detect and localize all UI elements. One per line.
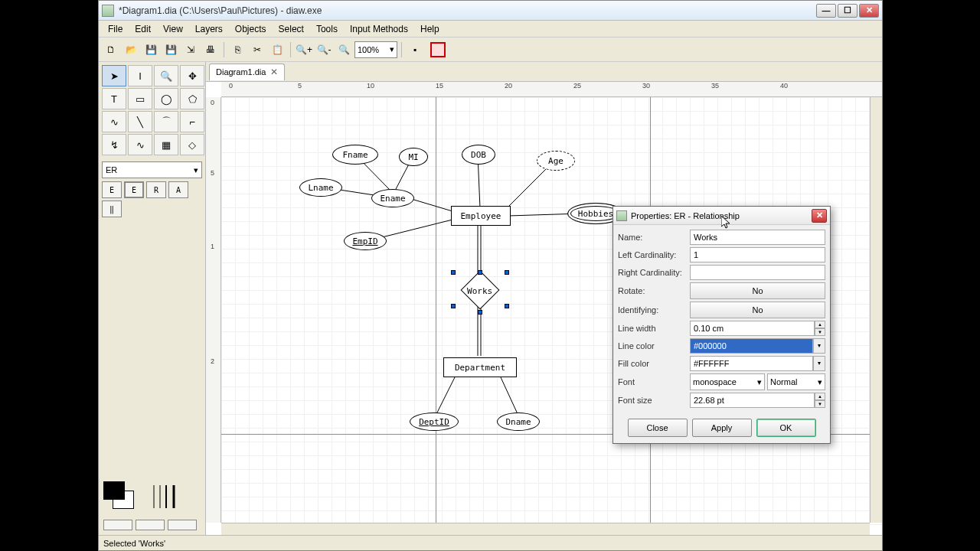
attr-empid[interactable]: EmpID	[344, 232, 387, 250]
magnify-tool-icon[interactable]: 🔍	[154, 65, 178, 86]
er-participation-icon[interactable]: ‖	[102, 201, 122, 217]
entity-department[interactable]: Department	[443, 357, 517, 377]
menu-objects[interactable]: Objects	[229, 22, 273, 36]
menu-edit[interactable]: Edit	[129, 22, 157, 36]
pointer-tool-icon[interactable]: ➤	[102, 65, 126, 86]
line-start-icon[interactable]	[103, 520, 132, 530]
dialog-apply-button[interactable]: Apply	[692, 419, 752, 437]
scrollbar-vertical[interactable]	[870, 97, 882, 523]
outline-tool-icon[interactable]: ◇	[180, 134, 204, 155]
image-tool-icon[interactable]: ▦	[154, 134, 178, 155]
attr-fname[interactable]: Fname	[332, 145, 378, 165]
input-name[interactable]	[690, 230, 825, 245]
close-button[interactable]: ✕	[859, 4, 879, 18]
save-icon[interactable]: 💾	[142, 41, 160, 59]
polygon-tool-icon[interactable]: ⬠	[180, 88, 204, 109]
zoom-fit-icon[interactable]: 🔍	[335, 41, 353, 59]
maximize-button[interactable]: ☐	[838, 4, 858, 18]
color-swatches	[99, 477, 205, 535]
shape-category-select[interactable]: ER▾	[102, 161, 202, 178]
bezier-tool-icon[interactable]: ∿	[102, 111, 126, 132]
input-fillcolor[interactable]: #FFFFFF	[690, 356, 813, 371]
menu-select[interactable]: Select	[273, 22, 310, 36]
linewidth-up-icon[interactable]: ▲	[815, 321, 825, 328]
zigzag-tool-icon[interactable]: ⌐	[180, 111, 204, 132]
input-leftcard[interactable]	[690, 247, 825, 262]
fontsize-up-icon[interactable]: ▲	[815, 393, 825, 400]
fillcolor-dropdown-icon[interactable]: ▾	[813, 356, 825, 371]
linewidth-down-icon[interactable]: ▼	[815, 328, 825, 336]
select-font[interactable]: monospace▾	[690, 373, 765, 390]
export-icon[interactable]: ⇲	[181, 41, 200, 59]
menu-view[interactable]: View	[157, 22, 189, 36]
toolbar: 🗋 📂 💾 💾 ⇲ 🖶 ⎘ ✂ 📋 🔍+ 🔍- 🔍 100%▾ ▪	[99, 37, 882, 62]
text-box-icon[interactable]: T	[102, 88, 126, 109]
copy-icon[interactable]: ⎘	[228, 41, 247, 59]
zoom-out-icon[interactable]: 🔍-	[315, 41, 333, 59]
arc-tool-icon[interactable]: ⌒	[154, 111, 178, 132]
minimize-button[interactable]: —	[816, 4, 836, 18]
bezier-line-icon[interactable]: ∿	[128, 134, 152, 155]
input-linecolor[interactable]: #000000	[690, 338, 813, 354]
linecolor-dropdown-icon[interactable]: ▾	[813, 338, 825, 354]
fontsize-down-icon[interactable]: ▼	[815, 400, 825, 408]
paste-icon[interactable]: 📋	[268, 41, 286, 59]
er-weak-entity-icon[interactable]: E	[124, 181, 144, 198]
dialog-titlebar[interactable]: Properties: ER - Relationship ✕	[613, 207, 830, 225]
ellipse-tool-icon[interactable]: ◯	[154, 88, 178, 109]
dialog-ok-button[interactable]: OK	[756, 419, 816, 437]
attr-ename[interactable]: Ename	[371, 189, 414, 207]
entity-employee[interactable]: Employee	[451, 206, 511, 226]
print-icon[interactable]: 🖶	[201, 41, 220, 59]
attr-dname[interactable]: Dname	[497, 412, 540, 431]
attr-mi[interactable]: MI	[399, 148, 428, 166]
tab-close-icon[interactable]: ✕	[270, 67, 278, 77]
er-attribute-icon[interactable]: A	[168, 181, 188, 198]
label-leftcard: Left Cardinality:	[618, 250, 687, 259]
scrollbar-horizontal[interactable]	[221, 523, 870, 535]
zoom-combo[interactable]: 100%▾	[354, 41, 397, 58]
dialog-close-button[interactable]: Close	[628, 419, 688, 437]
tool-panel: ➤ I 🔍 ✥ T ▭ ◯ ⬠ ∿ ╲ ⌒ ⌐ ↯ ∿ ▦ ◇ ER▾ E E	[99, 62, 206, 535]
polyline-tool-icon[interactable]: ↯	[102, 134, 126, 155]
label-rotate: Rotate:	[618, 286, 687, 295]
menu-help[interactable]: Help	[414, 22, 446, 36]
scroll-tool-icon[interactable]: ✥	[180, 65, 204, 86]
saveas-icon[interactable]: 💾	[162, 41, 180, 59]
menubar: File Edit View Layers Objects Select Too…	[99, 21, 882, 37]
dialog-close-icon[interactable]: ✕	[812, 209, 827, 223]
line-middle-icon[interactable]	[136, 520, 165, 530]
tab-diagram1[interactable]: Diagram1.dia ✕	[209, 64, 285, 80]
menu-layers[interactable]: Layers	[189, 22, 229, 36]
input-linewidth[interactable]	[690, 321, 815, 336]
attr-lname[interactable]: Lname	[299, 178, 342, 197]
color-swatch[interactable]	[430, 42, 446, 57]
er-entity-icon[interactable]: E	[102, 181, 122, 198]
cut-icon[interactable]: ✂	[248, 41, 266, 59]
input-fontsize[interactable]	[690, 393, 815, 408]
zoom-in-icon[interactable]: 🔍+	[295, 41, 313, 59]
menu-tools[interactable]: Tools	[310, 22, 344, 36]
line-tool-icon[interactable]: ╲	[128, 111, 152, 132]
box-tool-icon[interactable]: ▭	[128, 88, 152, 109]
line-style-icon[interactable]	[152, 481, 183, 512]
text-tool-icon[interactable]: I	[128, 65, 152, 86]
fg-bg-swatch[interactable]	[103, 481, 142, 512]
dialog-icon	[616, 210, 627, 221]
app-icon	[102, 5, 114, 17]
line-end-icon[interactable]	[168, 520, 197, 530]
toggle-identifying[interactable]: No	[690, 302, 825, 318]
label-font: Font	[618, 377, 687, 386]
input-rightcard[interactable]	[690, 265, 825, 280]
er-relationship-icon[interactable]: R	[146, 181, 166, 198]
new-icon[interactable]: 🗋	[102, 41, 120, 59]
menu-input-methods[interactable]: Input Methods	[344, 22, 414, 36]
toggle-rotate[interactable]: No	[690, 282, 825, 299]
attr-age[interactable]: Age	[537, 151, 575, 171]
snap-icon[interactable]: ▪	[406, 41, 424, 59]
attr-deptid[interactable]: DeptID	[410, 412, 459, 431]
open-icon[interactable]: 📂	[122, 41, 140, 59]
menu-file[interactable]: File	[102, 22, 129, 36]
attr-dob[interactable]: DOB	[462, 145, 495, 165]
select-fontstyle[interactable]: Normal▾	[767, 373, 825, 390]
